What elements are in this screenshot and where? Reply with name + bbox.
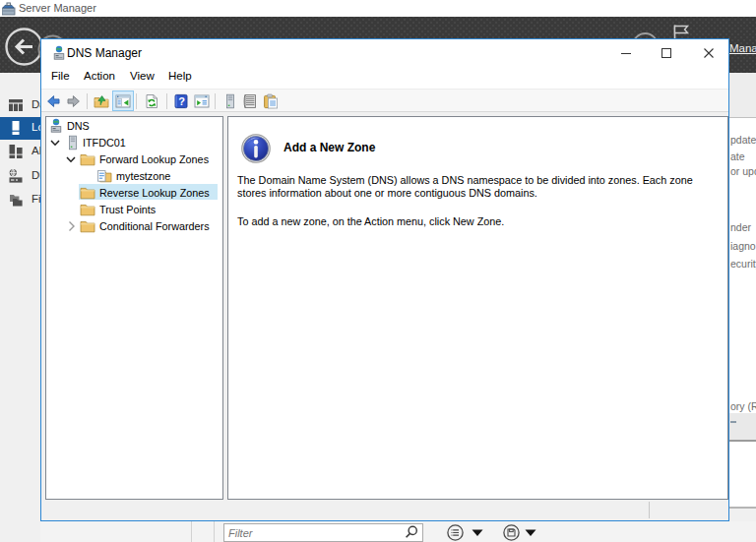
tree-item-mytestzone[interactable]: mytestzone (46, 168, 223, 185)
menu-view[interactable]: View (130, 70, 155, 82)
tree-item-label: DNS (67, 120, 90, 132)
toolbar-help-icon[interactable]: ? (173, 93, 189, 109)
result-pane-paragraph-line: To add a new zone, on the Action menu, c… (237, 215, 504, 227)
server-manager-app-icon (2, 2, 16, 16)
folder-icon (80, 202, 95, 217)
server-manager-sidebar: Dashboard Local Server All Servers DNS (0, 73, 40, 542)
result-pane-paragraph-line: The Domain Name System (DNS) allows a DN… (237, 174, 693, 186)
toolbar-record-list-icon[interactable] (242, 93, 258, 109)
dns-menubar: File Action View Help (41, 67, 728, 89)
properties-text-fragment: ate (730, 151, 745, 162)
menu-file[interactable]: File (51, 70, 70, 82)
search-icon (404, 524, 419, 540)
info-icon (240, 133, 272, 164)
toolbar-paste-icon[interactable] (263, 93, 279, 109)
result-pane: Add a New Zone The Domain Name System (D… (227, 116, 728, 500)
dns-toolbar: ? (41, 89, 728, 112)
properties-text-fragment: ecurity (730, 258, 756, 270)
dns-manager-window: DNS Manager File Action View Help (40, 38, 729, 521)
events-list-button[interactable] (447, 524, 464, 541)
tree-item-conditional-forwarders[interactable]: Conditional Forwarders (46, 218, 223, 235)
toolbar-separator (166, 93, 167, 109)
tree-item-label: Forward Lookup Zones (99, 153, 209, 165)
toolbar-console-tree-icon (115, 93, 131, 109)
chevron-collapsed-icon[interactable] (65, 220, 77, 232)
tree-item-label: mytestzone (116, 170, 170, 182)
chevron-expanded-icon[interactable] (65, 153, 77, 165)
server-manager-titlebar: Server Manager (0, 0, 756, 17)
all-servers-icon (8, 144, 24, 159)
folder-icon (80, 218, 95, 234)
dns-statusbar (41, 500, 728, 520)
dns-titlebar[interactable]: DNS Manager (41, 39, 728, 67)
tree-item-reverse-lookup-zones[interactable]: Reverse Lookup Zones (46, 185, 223, 202)
close-button[interactable] (694, 39, 724, 67)
filter-input[interactable] (228, 525, 396, 540)
local-server-icon (8, 120, 24, 136)
menu-help[interactable]: Help (168, 70, 192, 82)
dns-role-icon (8, 168, 24, 184)
menu-action[interactable]: Action (84, 70, 115, 82)
toolbar-back-icon[interactable] (45, 93, 61, 109)
properties-text-fragment: iagno (730, 240, 756, 252)
tree-item-trust-points[interactable]: Trust Points (46, 202, 223, 218)
maximize-icon (662, 48, 671, 58)
events-toolbar-divider (191, 521, 192, 542)
toolbar-server-icon[interactable] (222, 93, 238, 109)
tree-item-label: ITFDC01 (83, 137, 126, 149)
maximize-button[interactable] (652, 39, 681, 67)
chevron-down-icon[interactable] (472, 529, 483, 537)
toolbar-separator (215, 93, 216, 109)
manage-menu-item[interactable]: Manage (729, 42, 756, 54)
tree-item-label: Trust Points (99, 204, 156, 215)
statusbar-divider (649, 502, 650, 518)
screen: Server Manager Manage Dashboard Local S (0, 0, 756, 542)
properties-text-fragment: or upd (730, 165, 756, 177)
toolbar-separator (136, 93, 137, 109)
events-save-button[interactable] (503, 524, 520, 541)
svg-text:?: ? (178, 95, 185, 107)
toolbar-up-level-icon[interactable] (94, 93, 109, 109)
console-tree-pane: DNS ITFDC01 (45, 116, 223, 500)
server-icon (65, 135, 81, 151)
folder-icon (80, 185, 95, 201)
tree-item-label: Reverse Lookup Zones (99, 187, 210, 199)
result-pane-paragraph-line: stores information about one or more con… (237, 187, 537, 199)
properties-text-fragment: pdate (730, 134, 756, 146)
dashboard-icon (8, 97, 24, 113)
window-title: DNS Manager (67, 46, 142, 60)
server-manager-title: Server Manager (19, 2, 96, 14)
folder-icon (80, 151, 95, 167)
result-pane-heading: Add a New Zone (284, 141, 375, 154)
dns-manager-app-icon (51, 45, 67, 61)
chevron-expanded-icon[interactable] (49, 137, 61, 149)
toolbar-forward-icon[interactable] (66, 93, 82, 109)
toolbar-console-tree-button[interactable] (112, 90, 134, 111)
chevron-down-icon[interactable] (525, 529, 536, 537)
file-storage-icon (8, 192, 24, 208)
tree-item-itfdc01[interactable]: ITFDC01 (46, 135, 223, 151)
tree-item-label: Conditional Forwarders (99, 220, 210, 232)
events-filter-box (223, 523, 423, 542)
close-icon (704, 48, 714, 58)
properties-text-fragment: nder (730, 221, 751, 233)
tree-item-dns[interactable]: DNS (46, 118, 223, 135)
toolbar-separator (87, 93, 88, 109)
toolbar-export-list-icon[interactable] (194, 93, 210, 109)
dns-root-icon (48, 118, 64, 134)
minimize-button[interactable] (611, 39, 641, 67)
tasks-dash-fragment (730, 421, 736, 423)
zone-icon (96, 168, 112, 184)
properties-text-fragment: ory (R (730, 400, 756, 412)
minimize-icon (621, 48, 631, 58)
toolbar-refresh-icon[interactable] (144, 93, 159, 109)
events-toolbar-divider (214, 521, 215, 542)
tree-item-forward-lookup-zones[interactable]: Forward Lookup Zones (46, 151, 223, 168)
